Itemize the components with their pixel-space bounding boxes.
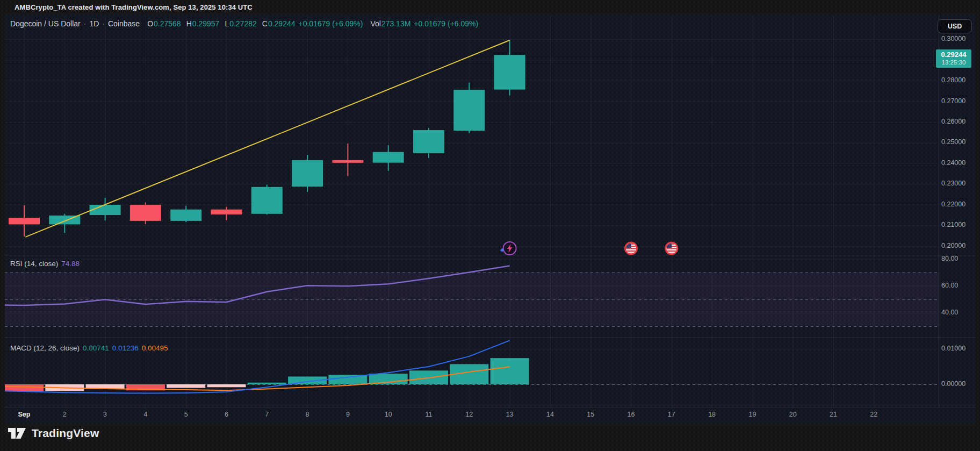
macd-signal-value: 0.00495 (142, 344, 168, 352)
chart-canvas[interactable] (5, 15, 976, 423)
ohlc-value: 0.29244 (268, 19, 296, 28)
symbol-name: Dogecoin / US Dollar (10, 19, 81, 28)
candle-sep-12 (453, 83, 485, 133)
time-tick-label: 8 (291, 411, 323, 418)
time-tick-label: 3 (89, 411, 121, 418)
candle-sep-13 (494, 40, 525, 96)
ohlc-label: C (262, 19, 268, 28)
price-tick-label: 0.22000 (941, 201, 975, 208)
price-tick-label: 0.20000 (941, 242, 975, 249)
lightning-event-marker[interactable] (500, 242, 516, 255)
ohlc-pair-c: C0.29244 (262, 19, 296, 28)
price-change: +0.01679 (+6.09%) (299, 19, 363, 28)
time-tick-label: 5 (170, 411, 202, 418)
tradingview-logo-icon (8, 427, 27, 439)
price-tick-label: 0.24000 (941, 159, 975, 167)
macd-title: MACD (12, 26, close) (10, 344, 80, 352)
time-tick-label: 18 (696, 411, 728, 418)
macd-tick-label: 0.01000 (941, 345, 975, 352)
price-tick-label: 0.28000 (941, 76, 975, 84)
ohlc-value: 0.27568 (154, 19, 181, 28)
watermark-title: AMBCrypto_TA created with TradingView.co… (15, 3, 253, 13)
time-tick-label: 11 (413, 411, 445, 418)
time-tick-label: 12 (453, 411, 485, 418)
last-price-value: 0.29244 (941, 51, 967, 59)
candle-sep-7 (251, 185, 283, 215)
ohlc-pair-l: L0.27282 (225, 19, 256, 28)
macd-tick-label: 0.00000 (941, 380, 975, 388)
tradingview-logo[interactable]: TradingView (8, 425, 99, 441)
macd-line-value: 0.01236 (112, 344, 139, 352)
rsi-tick-label: 40.00 (941, 309, 975, 316)
macd-legend[interactable]: MACD (12, 26, close) 0.00741 0.01236 0.0… (10, 344, 168, 352)
candle-sep-4 (130, 203, 161, 224)
legend-separator: · (84, 19, 87, 28)
time-tick-label: Sep (8, 411, 40, 418)
time-tick-label: 21 (817, 411, 849, 418)
price-tick-label: 0.21000 (941, 221, 975, 228)
rsi-value: 74.88 (61, 260, 80, 268)
volume-value: 273.13M (381, 19, 410, 28)
price-tick-label: 0.30000 (941, 35, 975, 42)
price-tick-label: 0.23000 (941, 180, 975, 187)
price-tick-label: 0.26000 (941, 118, 975, 125)
ohlc-value: 0.27282 (229, 19, 257, 28)
time-tick-label: 17 (655, 411, 688, 418)
bar-countdown: 13:25:30 (942, 59, 966, 67)
candle-sep-10 (373, 145, 404, 171)
ohlc-label: H (186, 19, 192, 28)
interval-label: 1D (89, 19, 99, 28)
candle-sep-6 (211, 207, 242, 220)
rsi-legend[interactable]: RSI (14, close) 74.88 (10, 260, 80, 268)
time-tick-label: 4 (129, 411, 162, 418)
candle-sep-8 (292, 155, 323, 192)
candle-sep-1 (9, 205, 40, 237)
ohlc-pair-h: H0.29957 (186, 19, 220, 28)
us-flag-event-marker[interactable] (666, 242, 678, 254)
rsi-band-fill (5, 273, 939, 326)
price-tick-label: 0.27000 (941, 97, 975, 105)
symbol-legend[interactable]: Dogecoin / US Dollar · 1D · Coinbase O0.… (10, 19, 478, 28)
ohlc-pair-o: O0.27568 (147, 19, 181, 28)
rsi-tick-label: 80.00 (941, 255, 975, 262)
rsi-title: RSI (14, close) (10, 260, 58, 268)
time-tick-label: 6 (211, 411, 243, 418)
time-tick-label: 13 (494, 411, 526, 418)
last-price-badge: 0.29244 13:25:30 (936, 49, 971, 68)
time-tick-label: 7 (251, 411, 283, 418)
time-tick-label: 10 (372, 411, 405, 418)
us-flag-event-marker[interactable] (625, 242, 637, 254)
ohlc-value: 0.29957 (192, 19, 220, 28)
ohlc-label: L (225, 19, 229, 28)
price-tick-label: 0.25000 (941, 138, 975, 146)
candle-sep-9 (332, 144, 363, 176)
rsi-tick-label: 60.00 (941, 282, 975, 289)
time-tick-label: 22 (857, 411, 890, 418)
tradingview-screenshot: AMBCrypto_TA created with TradingView.co… (0, 0, 980, 451)
time-tick-label: 9 (332, 411, 364, 418)
time-tick-label: 16 (615, 411, 647, 418)
time-tick-label: 2 (48, 411, 81, 418)
time-tick-label: 14 (534, 411, 566, 418)
candle-sep-5 (170, 206, 201, 222)
volume-change: +0.01679 (+6.09%) (414, 19, 478, 28)
macd-histogram-value: 0.00741 (83, 344, 109, 352)
time-tick-label: 20 (777, 411, 809, 418)
time-tick-label: 19 (736, 411, 768, 418)
volume-label: Vol (370, 19, 380, 28)
legend-separator: · (102, 19, 105, 28)
ohlc-label: O (147, 19, 153, 28)
chart-container[interactable]: Dogecoin / US Dollar · 1D · Coinbase O0.… (5, 15, 976, 423)
currency-toggle-button[interactable]: USD (938, 19, 972, 33)
candle-sep-11 (413, 128, 444, 158)
time-tick-label: 15 (574, 411, 607, 418)
ohlc-values: O0.27568H0.29957L0.27282C0.29244 (147, 19, 295, 28)
exchange-label: Coinbase (108, 19, 140, 28)
tradingview-logo-text: TradingView (32, 427, 99, 440)
